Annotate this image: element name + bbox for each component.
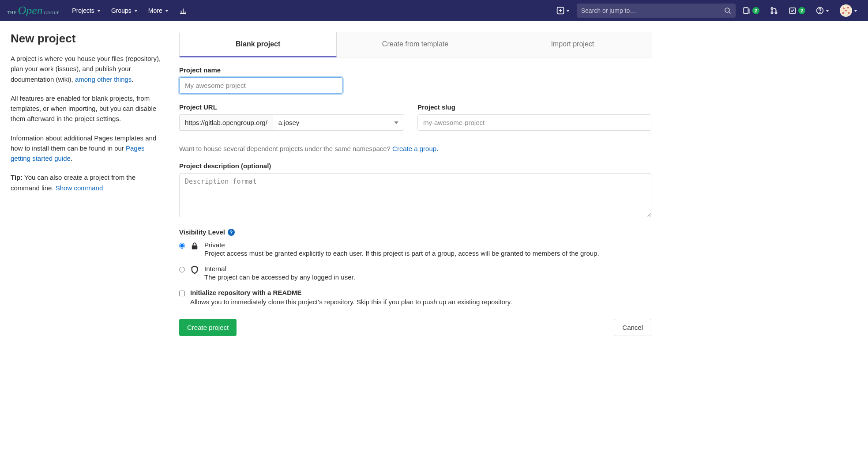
nav-more-label: More <box>148 7 162 14</box>
namespace-selected: a.josey <box>278 119 300 126</box>
chevron-down-icon <box>394 121 398 124</box>
nav-more[interactable]: More <box>144 4 173 18</box>
field-description: Project description (optional) <box>179 162 651 219</box>
url-slug-row: Project URL https://gitlab.opengroup.org… <box>179 103 651 140</box>
nav-issues[interactable]: 2 <box>739 4 763 17</box>
todos-badge: 2 <box>798 7 805 14</box>
project-name-label: Project name <box>179 66 342 74</box>
project-slug-input[interactable] <box>417 114 651 131</box>
top-navbar: THE Open GROUP Projects Groups More <box>0 0 868 21</box>
description-input[interactable] <box>179 173 651 217</box>
primary-nav: Projects Groups More <box>68 3 191 18</box>
visibility-internal-desc: The project can be accessed by any logge… <box>204 273 355 281</box>
chevron-down-icon <box>854 10 857 12</box>
intro-paragraph-1: A project is where you house your files … <box>11 53 165 84</box>
chevron-down-icon <box>165 10 169 12</box>
project-name-input[interactable] <box>179 77 342 94</box>
help-icon[interactable]: ? <box>228 229 235 236</box>
visibility-option-internal[interactable]: Internal The project can be accessed by … <box>179 265 651 281</box>
shield-icon <box>190 265 199 274</box>
user-menu[interactable] <box>836 2 861 19</box>
issues-badge: 2 <box>752 7 759 14</box>
intro-paragraph-2: All features are enabled for blank proje… <box>11 93 165 124</box>
page-title: New project <box>11 32 165 45</box>
description-label: Project description (optional) <box>179 162 651 170</box>
form-actions: Create project Cancel <box>179 319 651 336</box>
nav-merge-requests[interactable] <box>767 4 782 17</box>
tip-label: Tip: <box>11 174 23 181</box>
svg-point-1 <box>725 8 729 12</box>
visibility-option-private[interactable]: Private Project access must be granted e… <box>179 241 651 257</box>
intro-paragraph-3: Information about additional Pages templ… <box>11 133 165 164</box>
logo-open: Open <box>18 4 42 17</box>
chart-icon <box>179 7 187 15</box>
link-create-group[interactable]: Create a group. <box>392 145 438 152</box>
cancel-button[interactable]: Cancel <box>614 319 651 336</box>
nav-activity[interactable] <box>175 3 192 18</box>
readme-checkbox[interactable] <box>179 291 185 296</box>
nav-groups[interactable]: Groups <box>107 4 142 18</box>
new-dropdown[interactable] <box>553 4 573 17</box>
namespace-select[interactable]: a.josey <box>273 114 404 131</box>
nav-groups-label: Groups <box>111 7 132 14</box>
nav-projects-label: Projects <box>72 7 94 14</box>
new-project-form: Project name Project URL https://gitlab.… <box>179 57 651 336</box>
global-search[interactable] <box>577 4 736 18</box>
brand-logo[interactable]: THE Open GROUP <box>7 4 60 17</box>
nav-projects[interactable]: Projects <box>68 4 105 18</box>
tab-import-project[interactable]: Import project <box>494 32 651 57</box>
search-input[interactable] <box>581 7 724 14</box>
visibility-radio-internal[interactable] <box>179 267 185 272</box>
logo-group: GROUP <box>44 11 60 15</box>
visibility-private-desc: Project access must be granted explicitl… <box>204 250 599 257</box>
visibility-private-label: Private <box>204 241 599 249</box>
project-slug-label: Project slug <box>417 103 651 111</box>
plus-icon <box>556 7 564 15</box>
merge-request-icon <box>770 7 778 15</box>
svg-point-8 <box>819 12 820 13</box>
namespace-hint: Want to house several dependent projects… <box>179 145 651 152</box>
chevron-down-icon <box>134 10 138 12</box>
main-panel: Blank project Create from template Impor… <box>179 32 651 336</box>
create-project-button[interactable]: Create project <box>179 319 237 336</box>
project-url-base: https://gitlab.opengroup.org/ <box>179 114 273 131</box>
left-description: New project A project is where you house… <box>11 32 165 336</box>
field-project-name: Project name <box>179 66 342 94</box>
help-icon <box>816 7 824 15</box>
visibility-internal-label: Internal <box>204 265 355 272</box>
project-type-tabs: Blank project Create from template Impor… <box>179 32 651 57</box>
search-icon <box>724 7 731 14</box>
tab-blank-project[interactable]: Blank project <box>180 32 337 57</box>
readme-label: Initialize repository with a README <box>190 289 512 296</box>
chevron-down-icon <box>97 10 101 12</box>
chevron-down-icon <box>826 10 829 12</box>
nav-help[interactable] <box>812 4 833 17</box>
lock-icon <box>190 242 199 250</box>
tab-create-from-template[interactable]: Create from template <box>337 32 494 57</box>
field-project-url: Project URL https://gitlab.opengroup.org… <box>179 103 404 131</box>
svg-point-4 <box>771 12 773 14</box>
tip-paragraph: Tip: You can also create a project from … <box>11 172 165 193</box>
svg-rect-2 <box>744 8 748 14</box>
link-among-other-things[interactable]: among other things <box>75 76 132 83</box>
readme-option[interactable]: Initialize repository with a README Allo… <box>179 289 651 306</box>
logo-the: THE <box>7 10 17 15</box>
todos-icon <box>789 7 797 15</box>
chevron-down-icon <box>566 10 570 12</box>
field-project-slug: Project slug <box>417 103 651 131</box>
project-url-label: Project URL <box>179 103 404 111</box>
issues-icon <box>743 7 751 15</box>
nav-todos[interactable]: 2 <box>785 4 809 17</box>
visibility-label: Visibility Level <box>179 228 225 236</box>
link-show-command[interactable]: Show command <box>56 184 103 192</box>
readme-desc: Allows you to immediately clone this pro… <box>190 298 512 306</box>
avatar <box>840 4 852 17</box>
page-body: New project A project is where you house… <box>0 21 662 354</box>
svg-point-5 <box>775 12 777 14</box>
svg-point-3 <box>771 8 773 9</box>
visibility-radio-private[interactable] <box>179 243 185 249</box>
field-visibility: Visibility Level ? Private Project acces… <box>179 228 651 306</box>
